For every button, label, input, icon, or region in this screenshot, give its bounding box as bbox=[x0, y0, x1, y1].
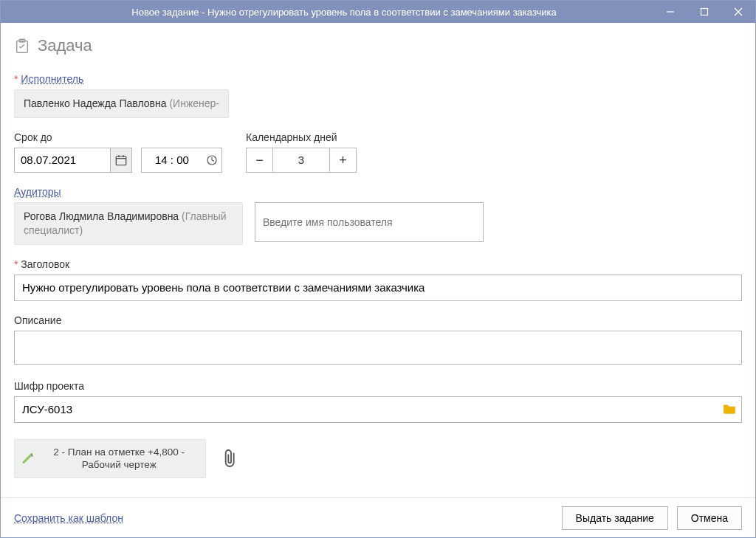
svg-line-18 bbox=[212, 160, 214, 162]
svg-rect-6 bbox=[116, 156, 126, 165]
auditor-add-input[interactable] bbox=[255, 202, 484, 242]
time-input[interactable] bbox=[141, 148, 222, 173]
auditors-label[interactable]: Аудиторы bbox=[14, 186, 742, 198]
project-code-input[interactable] bbox=[14, 396, 742, 423]
executor-role: (Инженер- bbox=[167, 97, 219, 109]
attachment-name: 2 - План на отметке +4,800 - Рабочий чер… bbox=[41, 446, 196, 472]
title-label: Заголовок bbox=[14, 258, 742, 270]
time-field[interactable] bbox=[142, 148, 202, 172]
stepper-increment[interactable]: + bbox=[329, 148, 356, 172]
footer: Сохранить как шаблон Выдать задание Отме… bbox=[1, 497, 755, 537]
attach-button[interactable] bbox=[219, 444, 243, 473]
paperclip-icon bbox=[223, 447, 239, 469]
page-title: Задача bbox=[38, 36, 92, 55]
auditor-chip[interactable]: Рогова Людмила Владимировна (Главный спе… bbox=[14, 202, 243, 245]
attachment-chip[interactable]: 2 - План на отметке +4,800 - Рабочий чер… bbox=[14, 439, 206, 478]
deadline-label: Срок до bbox=[14, 131, 222, 143]
description-input[interactable] bbox=[14, 331, 742, 365]
form: Исполнитель Павленко Надежда Павловна (И… bbox=[14, 73, 742, 497]
drawing-icon bbox=[22, 450, 34, 466]
stepper-decrement[interactable]: − bbox=[247, 148, 273, 172]
calendar-days-stepper[interactable]: − 3 + bbox=[246, 148, 357, 173]
project-code-label: Шифр проекта bbox=[14, 380, 742, 392]
executor-label[interactable]: Исполнитель bbox=[14, 73, 742, 85]
close-button[interactable] bbox=[721, 1, 755, 23]
calendar-days-label: Календарных дней bbox=[246, 131, 357, 143]
window-root: Новое задание - Нужно отрегулировать уро… bbox=[0, 0, 756, 538]
clock-button[interactable] bbox=[202, 148, 221, 172]
minimize-button[interactable] bbox=[653, 1, 687, 23]
svg-rect-1 bbox=[701, 9, 708, 15]
executor-chip[interactable]: Павленко Надежда Павловна (Инженер- bbox=[14, 89, 229, 118]
save-as-template-link[interactable]: Сохранить как шаблон bbox=[14, 512, 123, 524]
titlebar: Новое задание - Нужно отрегулировать уро… bbox=[1, 1, 755, 23]
window-title: Новое задание - Нужно отрегулировать уро… bbox=[35, 7, 653, 18]
task-icon bbox=[14, 38, 30, 54]
page-header: Задача bbox=[14, 36, 742, 55]
calendar-button[interactable] bbox=[110, 148, 131, 172]
description-label: Описание bbox=[14, 314, 742, 326]
close-icon bbox=[734, 7, 743, 16]
auditor-name: Рогова Людмила Владимировна bbox=[24, 210, 179, 222]
cancel-button[interactable]: Отмена bbox=[677, 506, 742, 530]
content: Задача Исполнитель Павленко Надежда Павл… bbox=[1, 23, 755, 497]
minimize-icon bbox=[666, 7, 675, 16]
calendar-days-value: 3 bbox=[273, 154, 329, 166]
date-input[interactable] bbox=[14, 148, 132, 173]
title-input[interactable] bbox=[14, 275, 742, 301]
window-buttons bbox=[653, 1, 755, 23]
calendar-icon bbox=[114, 154, 128, 167]
maximize-button[interactable] bbox=[687, 1, 721, 23]
clock-icon bbox=[205, 154, 219, 167]
submit-button[interactable]: Выдать задание bbox=[562, 506, 668, 530]
maximize-icon bbox=[700, 7, 709, 16]
executor-name: Павленко Надежда Павловна bbox=[24, 97, 167, 109]
folder-icon bbox=[723, 402, 736, 414]
date-field[interactable] bbox=[15, 148, 110, 172]
project-code-browse[interactable] bbox=[723, 402, 736, 416]
